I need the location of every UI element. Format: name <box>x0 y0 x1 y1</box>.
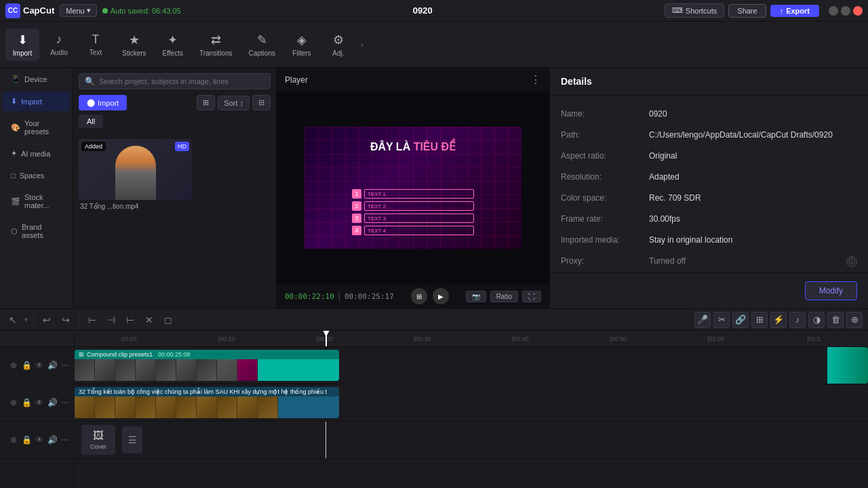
trim-left-button[interactable]: ⊣ <box>104 312 119 327</box>
share-button[interactable]: Share <box>728 4 766 18</box>
mic-button[interactable]: 🎤 <box>694 312 711 328</box>
fullscreen-button[interactable]: ⛶ <box>522 291 541 302</box>
tool-adj[interactable]: ⚙ Adj. <box>321 28 355 61</box>
audio-track-button[interactable]: ♪ <box>789 312 806 328</box>
redo-button[interactable]: ↪ <box>58 312 73 327</box>
stickers-icon: ★ <box>129 33 140 47</box>
track1-more-icon[interactable]: ⋯ <box>60 360 71 371</box>
player-menu-icon[interactable]: ⋮ <box>530 73 541 86</box>
sidebar-item-presets[interactable]: 🎨 Your presets <box>3 114 70 141</box>
prev-frame-button[interactable]: ⊞ <box>411 288 427 304</box>
tool-transitions[interactable]: ⇄ Transitions <box>193 28 239 61</box>
cover-eye-icon[interactable]: 👁 <box>34 434 45 445</box>
vf-4 <box>136 396 156 418</box>
track2-add-icon[interactable]: ⊕ <box>8 397 19 408</box>
sort-button[interactable]: Sort ↕ <box>218 96 250 110</box>
play-button[interactable]: ▶ <box>433 288 449 304</box>
details-body: Name: 0920 Path: C:/Users/lengo/AppData/… <box>550 96 868 272</box>
screenshot-button[interactable]: 📷 <box>466 291 486 302</box>
ratio-button[interactable]: Ratio <box>490 291 518 302</box>
settings-button[interactable]: ⊕ <box>846 312 863 328</box>
track1-audio-icon[interactable]: 🔊 <box>47 360 58 371</box>
maximize-button[interactable] <box>841 6 850 16</box>
sidebar-item-ai-media[interactable]: ✦ AI media <box>3 144 70 163</box>
import-media-button[interactable]: ⬤ Import <box>79 95 127 110</box>
tool-text[interactable]: T Text <box>79 28 113 60</box>
sidebar-item-brand-assets[interactable]: ⬡ Brand assets <box>3 218 70 245</box>
track1-lock-icon[interactable]: 🔒 <box>21 360 32 371</box>
trim-right-button[interactable]: ⊢ <box>123 312 138 327</box>
close-button[interactable] <box>853 6 863 16</box>
cursor-tool-button[interactable]: ↖ <box>5 312 20 327</box>
minimize-button[interactable] <box>829 6 838 16</box>
ruler-mark-2: |00:20 <box>276 336 374 342</box>
tool-audio[interactable]: ♪ Audio <box>42 28 76 60</box>
proxy-info-icon[interactable]: ⓘ <box>846 256 857 267</box>
compound-clip[interactable]: ⊞ Compound clip presets1 00:00:25:08 <box>75 350 339 381</box>
shortcuts-button[interactable]: ⌨ Shortcuts <box>665 3 724 18</box>
cover-more-icon[interactable]: ⋯ <box>60 434 71 445</box>
tool-filters[interactable]: ◈ Filters <box>285 28 319 61</box>
effect-track-button[interactable]: 🗑 <box>827 312 844 328</box>
clip-end-section <box>827 347 868 384</box>
speed-button[interactable]: ⚡ <box>770 312 787 328</box>
sidebar-item-stock[interactable]: 🎬 Stock mater... <box>3 188 70 215</box>
toolbar-more-button[interactable]: › <box>358 40 366 49</box>
filters-icon: ◈ <box>297 33 307 47</box>
total-time: 00:00:25:17 <box>344 292 394 301</box>
sidebar-item-spaces[interactable]: □ Spaces <box>3 166 70 185</box>
delete-button[interactable]: ✕ <box>142 312 157 327</box>
text-icon: T <box>92 33 100 47</box>
cover-extra-item[interactable]: ☰ <box>122 426 142 453</box>
color-button[interactable]: ◑ <box>808 312 825 328</box>
track2-eye-icon[interactable]: 👁 <box>34 397 45 408</box>
tracks-scrollable[interactable]: 00:00 |00:10 |00:20 |00:30 |00:40 |00:50… <box>75 331 868 488</box>
playhead[interactable] <box>326 331 327 346</box>
frame-2 <box>95 359 115 381</box>
cover-lock-icon[interactable]: 🔒 <box>21 434 32 445</box>
detail-proxy-label: Proxy: <box>561 256 649 266</box>
tool-stickers[interactable]: ★ Stickers <box>115 28 153 61</box>
sidebar-item-import[interactable]: ⬇ Import <box>3 92 70 111</box>
compound-clip-frames <box>75 359 339 381</box>
text-bar-3: TEXT 3 <box>364 214 474 223</box>
detail-proxy-value[interactable]: Turned off <box>649 256 846 266</box>
video-clip[interactable]: 32 Tổng kết toàn bộ công việc chúng ta p… <box>75 387 339 418</box>
export-button[interactable]: ↑ Export <box>770 5 819 17</box>
view-controls: 📷 Ratio ⛶ <box>466 291 541 302</box>
track2-more-icon[interactable]: ⋯ <box>60 397 71 408</box>
vf-2 <box>95 396 115 418</box>
sidebar-item-device[interactable]: 📱 Device <box>3 69 70 89</box>
split-button[interactable]: ⊢ <box>85 312 100 327</box>
undo-button[interactable]: ↩ <box>39 312 54 327</box>
filter-button[interactable]: ⊟ <box>252 95 271 110</box>
modify-button[interactable]: Modify <box>805 281 857 300</box>
trim-tool-button[interactable]: ✂ <box>713 312 730 328</box>
track1-add-icon[interactable]: ⊕ <box>8 360 19 371</box>
menu-button[interactable]: Menu ▾ <box>60 4 97 17</box>
track1-eye-icon[interactable]: 👁 <box>34 360 45 371</box>
ruler-mark-0: 00:00 <box>80 336 178 342</box>
search-icon: 🔍 <box>85 77 95 86</box>
cover-audio-icon[interactable]: 🔊 <box>47 434 58 445</box>
tab-all[interactable]: All <box>79 115 103 128</box>
tool-effects[interactable]: ✦ Effects <box>156 28 190 61</box>
sidebar-item-stock-label: Stock mater... <box>24 193 62 209</box>
track2-lock-icon[interactable]: 🔒 <box>21 397 32 408</box>
cover-item[interactable]: 🖼 Cover <box>81 425 115 455</box>
timeline-ruler: 00:00 |00:10 |00:20 |00:30 |00:40 |00:50… <box>75 331 868 347</box>
detail-aspect-label: Aspect ratio: <box>561 151 649 161</box>
group-button[interactable]: ◻ <box>161 312 176 327</box>
tool-import[interactable]: ⬇ Import <box>5 28 39 61</box>
spaces-icon: □ <box>11 171 16 180</box>
split-tool-button[interactable]: ⊞ <box>751 312 768 328</box>
tool-captions[interactable]: ✎ Captions <box>242 28 282 61</box>
text-row-2: 2 TEXT 2 <box>352 201 474 211</box>
search-input[interactable] <box>99 77 264 85</box>
track2-audio-icon[interactable]: 🔊 <box>47 397 58 408</box>
view-toggle-button[interactable]: ⊞ <box>197 95 215 110</box>
media-item[interactable]: Added HD 32 Tổng ...tion.mp4 <box>79 139 192 213</box>
cover-add-icon[interactable]: ⊕ <box>8 434 19 445</box>
link-button[interactable]: 🔗 <box>732 312 749 328</box>
text-num-1: 1 <box>352 189 361 199</box>
